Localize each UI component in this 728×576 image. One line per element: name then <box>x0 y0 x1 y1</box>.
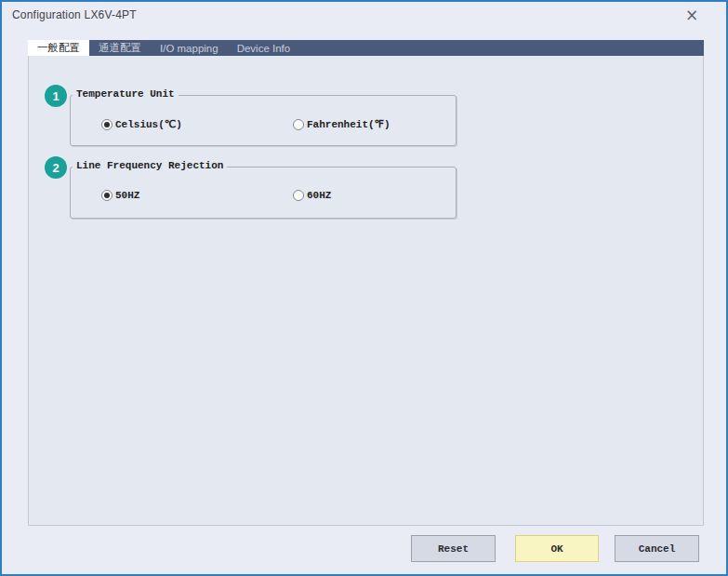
cancel-button[interactable]: Cancel <box>615 535 699 562</box>
radio-option-50hz[interactable]: 50HZ <box>101 190 139 201</box>
radio-option-fahrenheit[interactable]: Fahrenheit(℉) <box>293 118 390 130</box>
group-temperature-unit: Temperature Unit Celsius(℃) Fahrenheit(℉… <box>70 95 457 146</box>
tab-io-mapping[interactable]: I/O mapping <box>151 40 228 56</box>
radio-icon <box>293 119 304 130</box>
radio-option-celsius[interactable]: Celsius(℃) <box>101 118 182 130</box>
title-bar: Configuration LX6V-4PT × <box>2 2 726 30</box>
reset-button[interactable]: Reset <box>411 535 496 562</box>
content-panel: 1 Temperature Unit Celsius(℃) Fahrenheit… <box>28 56 704 526</box>
group-title: Temperature Unit <box>73 88 179 100</box>
step-badge-2: 2 <box>45 156 67 179</box>
step-number: 2 <box>52 161 59 175</box>
group-line-frequency-rejection: Line Frequency Rejection 50HZ 60HZ <box>70 167 457 219</box>
step-badge-1: 1 <box>45 85 67 107</box>
radio-label: 50HZ <box>115 190 139 201</box>
window-title: Configuration LX6V-4PT <box>12 8 137 21</box>
group-title: Line Frequency Rejection <box>73 160 227 171</box>
tab-device-info[interactable]: Device Info <box>228 40 300 56</box>
ok-button[interactable]: OK <box>515 535 599 562</box>
tab-general-config[interactable]: 一般配置 <box>28 40 89 56</box>
radio-icon <box>293 190 304 201</box>
configuration-dialog: Configuration LX6V-4PT × 一般配置 通道配置 I/O m… <box>0 0 728 576</box>
tab-channel-config[interactable]: 通道配置 <box>89 40 151 56</box>
radio-icon <box>101 119 113 130</box>
radio-option-60hz[interactable]: 60HZ <box>293 190 331 201</box>
radio-label: Celsius(℃) <box>115 118 182 130</box>
radio-label: Fahrenheit(℉) <box>307 118 390 130</box>
radio-icon <box>101 190 113 201</box>
radio-label: 60HZ <box>307 190 331 201</box>
close-icon: × <box>685 7 698 23</box>
tab-bar: 一般配置 通道配置 I/O mapping Device Info <box>28 40 704 56</box>
step-number: 1 <box>52 89 59 103</box>
close-button[interactable]: × <box>680 4 704 26</box>
